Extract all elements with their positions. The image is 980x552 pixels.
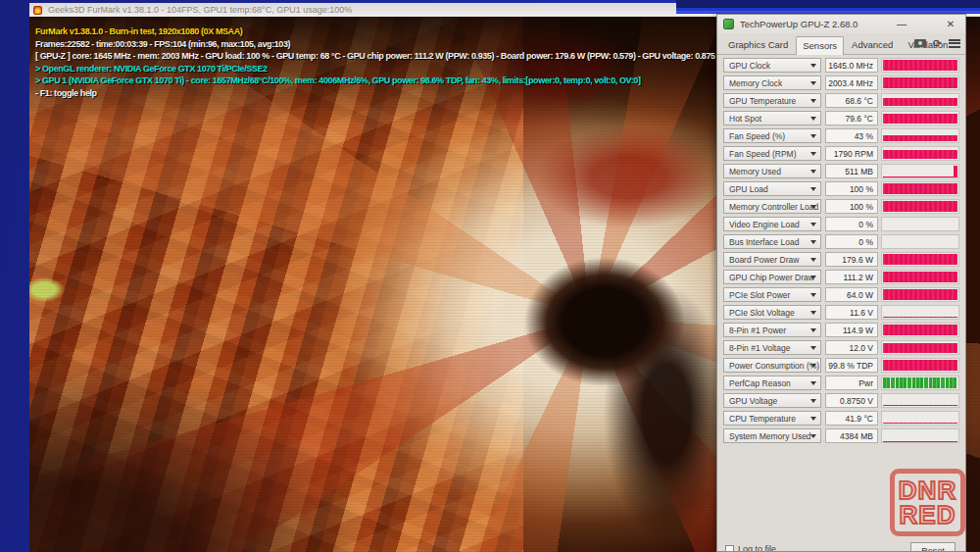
sensor-graph bbox=[881, 428, 959, 443]
sensor-graph-bar bbox=[883, 98, 957, 106]
sensor-value: 79.6 °C bbox=[825, 111, 878, 125]
chevron-down-icon bbox=[810, 64, 816, 68]
sensor-select[interactable]: GPU Load bbox=[723, 181, 821, 196]
sensor-graph bbox=[881, 181, 959, 196]
tab-advanced[interactable]: Advanced bbox=[845, 35, 900, 54]
sensor-row: Fan Speed (%) 43 % bbox=[723, 128, 959, 143]
sensor-select[interactable]: Memory Clock bbox=[723, 75, 821, 90]
sensor-row: GPU Temperature 68.6 °C bbox=[723, 93, 959, 108]
gpuz-titlebar[interactable]: TechPowerUp GPU-Z 2.68.0 — ✕ bbox=[717, 15, 965, 33]
sensor-graph-bar bbox=[883, 360, 957, 371]
sensor-value: 43 % bbox=[825, 128, 878, 143]
chevron-down-icon bbox=[810, 134, 816, 138]
sensor-graph bbox=[881, 128, 959, 143]
sensor-value: 111.2 W bbox=[825, 270, 878, 284]
sensor-select[interactable]: GPU Temperature bbox=[723, 93, 821, 108]
chevron-down-icon bbox=[810, 346, 816, 350]
sensor-row: GPU Load 100 % bbox=[723, 181, 959, 196]
sensor-value: 100 % bbox=[825, 181, 878, 196]
sensor-label: PCIe Slot Power bbox=[729, 290, 790, 300]
sensor-select[interactable]: Power Consumption (%) bbox=[723, 358, 821, 373]
chevron-down-icon bbox=[810, 99, 816, 103]
sensor-graph bbox=[881, 287, 959, 302]
gpuz-app-icon bbox=[723, 19, 734, 29]
chevron-down-icon bbox=[810, 81, 816, 85]
furmark-flame-icon bbox=[33, 6, 42, 15]
sensor-label: System Memory Used bbox=[729, 431, 811, 441]
sensor-graph bbox=[881, 411, 959, 426]
sensor-select[interactable]: Fan Speed (%) bbox=[723, 128, 821, 143]
furmark-title: Geeks3D FurMark v1.38.1.0 - 104FPS, GPU1… bbox=[48, 5, 352, 15]
chevron-down-icon bbox=[810, 205, 816, 209]
refresh-icon[interactable]: ⟳ bbox=[933, 38, 942, 48]
log-to-file-option[interactable]: Log to file bbox=[725, 544, 776, 552]
sensor-row: PCIe Slot Power 64.0 W bbox=[723, 287, 959, 302]
reset-button[interactable]: Reset bbox=[910, 542, 956, 552]
sensor-row: Board Power Draw 179.6 W bbox=[723, 252, 959, 267]
sensor-select[interactable]: 8-Pin #1 Power bbox=[723, 323, 821, 337]
sensor-graph-bar bbox=[883, 289, 957, 300]
sensor-value: 64.0 W bbox=[825, 287, 878, 302]
sensor-label: GPU Chip Power Draw bbox=[729, 273, 814, 282]
sensor-select[interactable]: GPU Clock bbox=[723, 58, 821, 73]
sensor-graph bbox=[881, 393, 959, 408]
sensor-value: 1645.0 MHz bbox=[825, 58, 878, 73]
sensor-select[interactable]: PerfCap Reason bbox=[723, 376, 821, 390]
sensor-graph bbox=[881, 199, 959, 214]
sensor-graph-bar bbox=[883, 325, 957, 335]
sensor-select[interactable]: Fan Speed (RPM) bbox=[723, 146, 821, 161]
chevron-down-icon bbox=[810, 276, 816, 279]
close-button[interactable]: ✕ bbox=[938, 15, 963, 33]
sensor-select[interactable]: GPU Voltage bbox=[723, 393, 821, 408]
sensor-select[interactable]: Memory Used bbox=[723, 164, 821, 178]
sensor-select[interactable]: PCIe Slot Voltage bbox=[723, 305, 821, 320]
camera-icon[interactable] bbox=[914, 39, 926, 47]
chevron-down-icon bbox=[810, 311, 816, 315]
chevron-down-icon bbox=[810, 152, 816, 156]
sensor-graph bbox=[881, 58, 959, 73]
sensor-graph bbox=[881, 358, 959, 373]
sensor-value: 179.6 W bbox=[825, 252, 878, 267]
tab-graphics-card[interactable]: Graphics Card bbox=[721, 35, 795, 54]
chevron-down-icon bbox=[810, 364, 816, 368]
monitor-photo: Geeks3D FurMark v1.38.1.0 - 104FPS, GPU1… bbox=[0, 0, 980, 552]
sensor-select[interactable]: Bus Interface Load bbox=[723, 234, 821, 249]
sensor-label: PerfCap Reason bbox=[729, 378, 791, 388]
sensor-value: 68.6 °C bbox=[825, 93, 878, 108]
sensor-graph bbox=[881, 305, 959, 320]
sensor-value: 4384 MB bbox=[825, 428, 878, 443]
sensor-label: Hot Spot bbox=[729, 114, 761, 124]
sensor-value: Pwr bbox=[825, 376, 878, 390]
sensor-row: PCIe Slot Voltage 11.6 V bbox=[723, 305, 959, 320]
sensor-row: CPU Temperature 41.9 °C bbox=[723, 411, 959, 426]
sensor-graph bbox=[881, 146, 959, 161]
sensor-select[interactable]: Memory Controller Load bbox=[723, 199, 821, 214]
sensor-graph-bar bbox=[883, 77, 957, 88]
sensor-select[interactable]: System Memory Used bbox=[723, 428, 821, 443]
sensor-graph-bar bbox=[883, 317, 957, 318]
sensor-select[interactable]: Board Power Draw bbox=[723, 252, 821, 267]
log-to-file-checkbox[interactable] bbox=[725, 545, 734, 552]
sensor-label: 8-Pin #1 Voltage bbox=[729, 343, 790, 353]
sensor-graph-bar bbox=[883, 201, 957, 212]
sensor-select[interactable]: CPU Temperature bbox=[723, 411, 821, 426]
sensor-graph bbox=[881, 217, 959, 231]
hamburger-menu-icon[interactable] bbox=[949, 39, 960, 48]
tab-sensors[interactable]: Sensors bbox=[796, 36, 844, 55]
sensor-select[interactable]: GPU Chip Power Draw bbox=[723, 270, 821, 284]
sensor-select[interactable]: 8-Pin #1 Voltage bbox=[723, 340, 821, 355]
minimize-button[interactable]: — bbox=[889, 15, 914, 33]
sensor-graph bbox=[881, 93, 959, 108]
watermark-line-1: DNR bbox=[899, 478, 956, 503]
sensor-graph-bar bbox=[883, 254, 957, 265]
sensor-label: CPU Temperature bbox=[729, 414, 796, 424]
sensor-graph-bar bbox=[883, 423, 957, 424]
chevron-down-icon bbox=[810, 381, 816, 385]
sensor-select[interactable]: Video Engine Load bbox=[723, 217, 821, 231]
chevron-down-icon bbox=[810, 399, 816, 403]
sensor-value: 11.6 V bbox=[825, 305, 878, 320]
sensor-label: Fan Speed (RPM) bbox=[729, 149, 797, 159]
sensor-select[interactable]: PCIe Slot Power bbox=[723, 287, 821, 302]
sensor-graph bbox=[881, 234, 959, 249]
sensor-select[interactable]: Hot Spot bbox=[723, 111, 821, 125]
